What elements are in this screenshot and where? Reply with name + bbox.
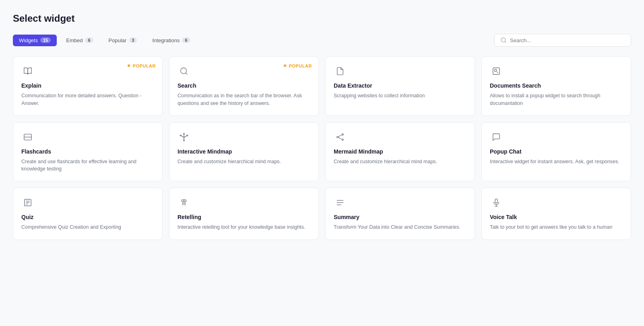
card-desc-mermaid-mindmap: Create and customize hierarchical mind m…: [334, 158, 466, 166]
search-icon: [500, 37, 507, 43]
card-title-retelling: Retelling: [178, 214, 310, 220]
search-box[interactable]: [494, 34, 631, 47]
mindmap-icon: [178, 131, 190, 144]
file-icon: [334, 65, 347, 78]
svg-point-18: [337, 136, 339, 138]
card-title-explain: Explain: [21, 82, 154, 89]
tab-label: Popular: [109, 37, 127, 43]
card-title-documents-search: Documents Search: [490, 82, 623, 89]
tab-badge-popular: 3: [129, 37, 137, 43]
svg-rect-35: [495, 199, 497, 203]
card-explain[interactable]: ★POPULAR Explain Communication for more …: [13, 56, 163, 116]
card-desc-explain: Communication for more detailed answers.…: [21, 92, 154, 107]
svg-point-2: [181, 68, 187, 74]
tab-popular[interactable]: Popular3: [103, 35, 143, 46]
card-desc-data-extractor: Scrapping websites to collect informatio…: [334, 92, 466, 100]
tab-badge-widgets: 15: [40, 37, 51, 43]
card-retelling[interactable]: Retelling Interactive retelling tool for…: [169, 188, 319, 240]
svg-point-15: [180, 135, 181, 136]
toolbar: Widgets15Embed6Popular3Integrations6: [13, 34, 631, 47]
svg-point-20: [342, 139, 344, 140]
popular-badge: ★POPULAR: [283, 63, 312, 68]
tab-badge-integrations: 6: [182, 37, 190, 43]
tab-badge-embed: 6: [85, 37, 93, 43]
tabs-container: Widgets15Embed6Popular3Integrations6: [13, 35, 196, 46]
card-desc-voice-talk: Talk to your bot to get answers like you…: [490, 223, 623, 231]
widget-grid: ★POPULAR Explain Communication for more …: [13, 56, 631, 240]
card-title-data-extractor: Data Extractor: [334, 82, 466, 89]
chat-icon: [490, 131, 503, 144]
popular-badge: ★POPULAR: [127, 63, 156, 68]
card-popup-chat[interactable]: Popup Chat Interactive widget for instan…: [481, 122, 631, 182]
card-search[interactable]: ★POPULAR Search Communication as in the …: [169, 56, 319, 116]
card-desc-flashcards: Create and use flashcards for effective …: [21, 158, 154, 173]
card-desc-summary: Transform Your Data into Clear and Conci…: [334, 223, 466, 231]
card-title-popup-chat: Popup Chat: [490, 148, 623, 155]
card-documents-search[interactable]: Documents Search Allows to install a pop…: [481, 56, 631, 116]
card-flashcards[interactable]: Flashcards Create and use flashcards for…: [13, 122, 163, 182]
card-title-voice-talk: Voice Talk: [490, 214, 623, 220]
svg-point-28: [184, 200, 186, 202]
card-desc-quiz: Comprehensive Quiz Creation and Exportin…: [21, 223, 154, 231]
card-desc-popup-chat: Interactive widget for instant answers. …: [490, 158, 623, 166]
tab-integrations[interactable]: Integrations6: [146, 35, 196, 46]
svg-point-19: [342, 133, 344, 135]
svg-line-6: [497, 72, 498, 73]
card-title-search: Search: [178, 82, 310, 89]
svg-point-13: [184, 139, 185, 141]
card-title-interactive-mindmap: Interactive Mindmap: [178, 148, 310, 155]
card-desc-documents-search: Allows to install a popup widget to sear…: [490, 92, 623, 107]
tab-embed[interactable]: Embed6: [60, 35, 99, 46]
book-icon: [21, 65, 34, 78]
svg-point-17: [187, 135, 188, 136]
svg-line-21: [338, 135, 342, 137]
tab-label: Embed: [66, 37, 83, 43]
search-input[interactable]: [510, 37, 625, 43]
svg-point-11: [184, 133, 185, 134]
card-data-extractor[interactable]: Data Extractor Scrapping websites to col…: [325, 56, 475, 116]
mic-icon: [490, 196, 503, 209]
card-desc-retelling: Interactive retelling tool for your know…: [178, 223, 310, 231]
card-summary[interactable]: Summary Transform Your Data into Clear a…: [325, 188, 475, 240]
card-desc-interactive-mindmap: Create and customize hierarchical mind m…: [178, 158, 310, 166]
card-title-flashcards: Flashcards: [21, 148, 154, 155]
tab-widgets[interactable]: Widgets15: [13, 35, 57, 46]
flashcard-icon: [21, 131, 34, 144]
retelling-icon: [178, 196, 190, 209]
svg-point-5: [494, 69, 497, 72]
svg-point-27: [182, 200, 184, 202]
summary-icon: [334, 196, 347, 209]
card-quiz[interactable]: Quiz Comprehensive Quiz Creation and Exp…: [13, 188, 163, 240]
svg-line-1: [505, 41, 506, 43]
doc-search-icon: [490, 65, 503, 78]
card-interactive-mindmap[interactable]: Interactive Mindmap Create and customize…: [169, 122, 319, 182]
svg-point-9: [183, 136, 185, 138]
card-desc-search: Communication as in the search bar of th…: [178, 92, 310, 107]
search-icon: [178, 65, 190, 78]
page-title: Select widget: [13, 13, 631, 24]
card-title-summary: Summary: [334, 214, 466, 220]
mermaid-icon: [334, 131, 347, 144]
quiz-icon: [21, 196, 34, 209]
card-voice-talk[interactable]: Voice Talk Talk to your bot to get answe…: [481, 188, 631, 240]
card-title-mermaid-mindmap: Mermaid Mindmap: [334, 148, 466, 155]
tab-label: Integrations: [152, 37, 180, 43]
tab-label: Widgets: [19, 37, 38, 43]
card-title-quiz: Quiz: [21, 214, 154, 220]
card-mermaid-mindmap[interactable]: Mermaid Mindmap Create and customize hie…: [325, 122, 475, 182]
svg-line-22: [338, 137, 342, 139]
svg-line-3: [186, 73, 187, 74]
